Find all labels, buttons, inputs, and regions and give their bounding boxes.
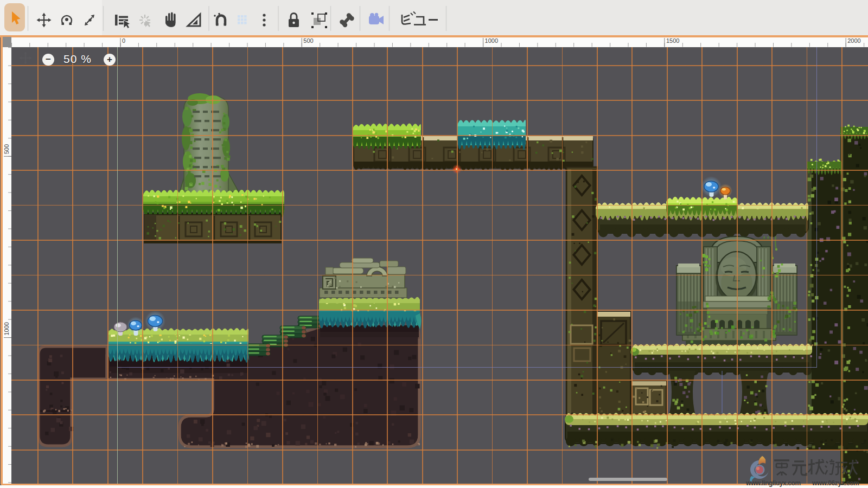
svg-text:500: 500 <box>303 37 313 44</box>
svg-text:2000: 2000 <box>847 37 860 44</box>
svg-text:1000: 1000 <box>3 322 10 335</box>
svg-text:1500: 1500 <box>666 37 679 44</box>
svg-text:1000: 1000 <box>485 37 498 44</box>
svg-text:500: 500 <box>3 144 10 154</box>
svg-text:0: 0 <box>122 37 125 44</box>
